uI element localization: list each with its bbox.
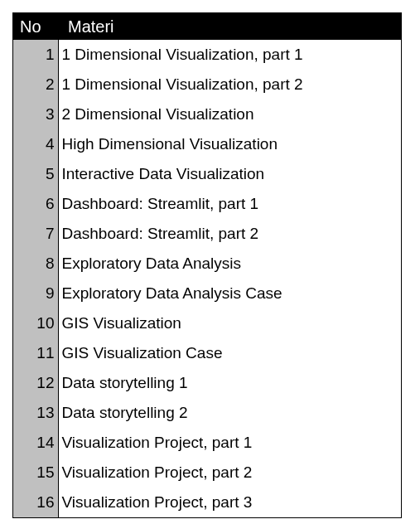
cell-materi: Exploratory Data Analysis xyxy=(58,249,401,279)
cell-materi: GIS Visualization xyxy=(58,308,401,338)
table-header-row: No Materi xyxy=(13,13,401,40)
cell-materi: Visualization Project, part 2 xyxy=(58,458,401,488)
table-body: 11 Dimensional Visualization, part 121 D… xyxy=(13,40,401,517)
table-row: 8Exploratory Data Analysis xyxy=(13,249,401,279)
table-row: 21 Dimensional Visualization, part 2 xyxy=(13,70,401,99)
table-row: 15Visualization Project, part 2 xyxy=(13,458,401,488)
cell-no: 12 xyxy=(13,368,58,398)
cell-materi: Exploratory Data Analysis Case xyxy=(58,279,401,308)
cell-no: 14 xyxy=(13,428,58,458)
table-row: 10GIS Visualization xyxy=(13,308,401,338)
cell-no: 2 xyxy=(13,70,58,99)
cell-materi: High Dimensional Visualization xyxy=(58,129,401,159)
cell-no: 9 xyxy=(13,279,58,308)
table-row: 6Dashboard: Streamlit, part 1 xyxy=(13,189,401,219)
cell-materi: Visualization Project, part 1 xyxy=(58,428,401,458)
cell-no: 4 xyxy=(13,129,58,159)
table-row: 9Exploratory Data Analysis Case xyxy=(13,279,401,308)
cell-no: 8 xyxy=(13,249,58,279)
cell-materi: Data storytelling 1 xyxy=(58,368,401,398)
cell-materi: 1 Dimensional Visualization, part 2 xyxy=(58,70,401,99)
table-row: 5Interactive Data Visualization xyxy=(13,159,401,189)
table-row: 11GIS Visualization Case xyxy=(13,338,401,368)
cell-no: 13 xyxy=(13,398,58,428)
table-row: 16Visualization Project, part 3 xyxy=(13,488,401,517)
cell-no: 10 xyxy=(13,308,58,338)
cell-materi: Visualization Project, part 3 xyxy=(58,488,401,517)
cell-materi: 1 Dimensional Visualization, part 1 xyxy=(58,40,401,70)
table-row: 11 Dimensional Visualization, part 1 xyxy=(13,40,401,70)
header-materi: Materi xyxy=(58,13,401,40)
cell-materi: Interactive Data Visualization xyxy=(58,159,401,189)
cell-no: 15 xyxy=(13,458,58,488)
cell-no: 1 xyxy=(13,40,58,70)
table-row: 13Data storytelling 2 xyxy=(13,398,401,428)
table-row: 32 Dimensional Visualization xyxy=(13,99,401,129)
cell-materi: GIS Visualization Case xyxy=(58,338,401,368)
cell-materi: Dashboard: Streamlit, part 2 xyxy=(58,219,401,249)
table-row: 12Data storytelling 1 xyxy=(13,368,401,398)
materi-table-container: No Materi 11 Dimensional Visualization, … xyxy=(12,12,402,518)
cell-no: 7 xyxy=(13,219,58,249)
cell-materi: Dashboard: Streamlit, part 1 xyxy=(58,189,401,219)
table-row: 7Dashboard: Streamlit, part 2 xyxy=(13,219,401,249)
cell-materi: Data storytelling 2 xyxy=(58,398,401,428)
cell-no: 6 xyxy=(13,189,58,219)
table-row: 4High Dimensional Visualization xyxy=(13,129,401,159)
cell-no: 16 xyxy=(13,488,58,517)
table-row: 14Visualization Project, part 1 xyxy=(13,428,401,458)
cell-no: 11 xyxy=(13,338,58,368)
cell-no: 3 xyxy=(13,99,58,129)
header-no: No xyxy=(13,13,58,40)
materi-table: No Materi 11 Dimensional Visualization, … xyxy=(13,13,401,517)
cell-materi: 2 Dimensional Visualization xyxy=(58,99,401,129)
cell-no: 5 xyxy=(13,159,58,189)
